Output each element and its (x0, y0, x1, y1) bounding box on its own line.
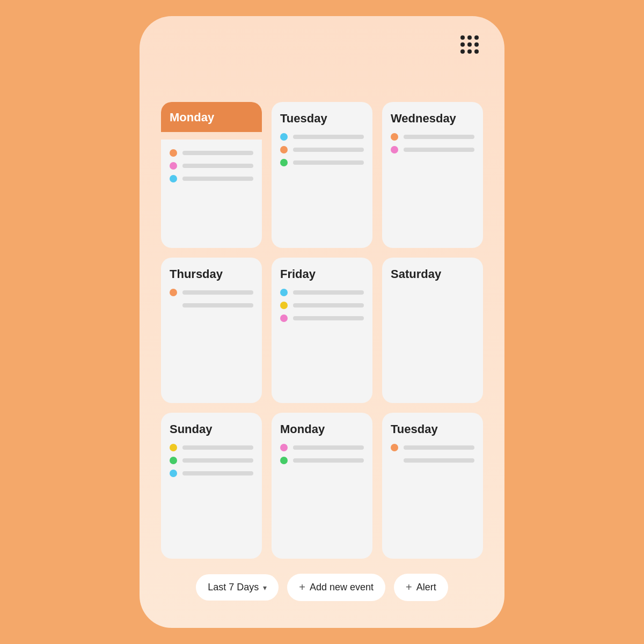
grid-dot (474, 42, 479, 47)
event-dot (280, 146, 288, 153)
event-item (280, 289, 364, 296)
event-bar (293, 148, 364, 152)
event-dot (391, 133, 398, 141)
day-card-wednesday-1[interactable]: Wednesday (382, 102, 483, 248)
event-dot (280, 314, 288, 322)
day-card-sunday-1[interactable]: Sunday (161, 413, 262, 559)
grid-dot (467, 42, 472, 47)
day-name-tuesday-1: Tuesday (280, 112, 364, 126)
event-dot (170, 457, 177, 464)
event-dot (170, 175, 177, 182)
grid-dot (460, 42, 465, 47)
event-bar (293, 445, 364, 450)
event-bar (293, 135, 364, 139)
day-name-thursday-1: Thursday (170, 267, 253, 281)
event-bar (182, 303, 253, 308)
grid-dot (460, 49, 465, 54)
event-bar (182, 177, 253, 181)
event-list-sunday-1 (170, 444, 253, 477)
event-bar (293, 316, 364, 320)
event-bar (293, 160, 364, 165)
day-name-monday-1: Monday (170, 111, 253, 125)
event-list-tuesday-2 (391, 444, 474, 464)
event-item (391, 146, 474, 153)
event-dot (280, 444, 288, 451)
bottom-bar: Last 7 Days ▾ + Add new event + Alert (161, 574, 483, 606)
event-item (170, 149, 253, 157)
event-dot (170, 444, 177, 451)
event-item (170, 162, 253, 170)
day-card-saturday-1[interactable]: Saturday (382, 258, 483, 404)
last-days-label: Last 7 Days (208, 582, 259, 593)
event-dot (391, 444, 398, 451)
grid-dot (474, 49, 479, 54)
day-name-wednesday-1: Wednesday (391, 112, 474, 126)
event-bar (404, 148, 474, 152)
event-list-tuesday-1 (280, 133, 364, 166)
event-item (170, 175, 253, 182)
event-item (391, 457, 474, 464)
event-item (280, 314, 364, 322)
event-dot (170, 162, 177, 170)
event-dot (391, 146, 398, 153)
event-dot (280, 457, 288, 464)
day-card-monday-1[interactable]: Monday (161, 102, 262, 248)
event-list-monday-1 (170, 149, 253, 182)
event-list-thursday-1 (170, 289, 253, 309)
event-item (280, 302, 364, 309)
event-bar (404, 135, 474, 139)
event-bar (293, 303, 364, 308)
alert-button[interactable]: + Alert (394, 574, 448, 601)
event-bar (182, 471, 253, 475)
add-event-label: Add new event (310, 582, 374, 593)
event-bar (293, 458, 364, 463)
chevron-down-icon: ▾ (263, 583, 267, 592)
event-bar (182, 445, 253, 450)
event-item (280, 133, 364, 141)
phone-frame: MondayTuesdayWednesdayThursdayFridaySatu… (140, 16, 504, 628)
grid-dot (474, 35, 479, 40)
event-item (280, 146, 364, 153)
event-bar (404, 445, 474, 450)
day-card-thursday-1[interactable]: Thursday (161, 258, 262, 404)
event-dot (280, 302, 288, 309)
event-bar (182, 164, 253, 168)
event-item (391, 133, 474, 141)
event-dot (170, 289, 177, 296)
day-name-friday-1: Friday (280, 267, 364, 281)
event-item (170, 457, 253, 464)
day-card-tuesday-2[interactable]: Tuesday (382, 413, 483, 559)
day-name-tuesday-2: Tuesday (391, 422, 474, 436)
event-item (170, 470, 253, 477)
event-item (170, 289, 253, 296)
plus-icon: + (299, 581, 305, 594)
grid-dot (460, 35, 465, 40)
event-dot (280, 159, 288, 166)
day-card-tuesday-1[interactable]: Tuesday (272, 102, 372, 248)
day-card-monday-2[interactable]: Monday (272, 413, 372, 559)
grid-dot (467, 49, 472, 54)
day-name-saturday-1: Saturday (391, 267, 474, 281)
event-item (391, 444, 474, 451)
event-item (170, 302, 253, 309)
event-list-wednesday-1 (391, 133, 474, 153)
alert-label: Alert (416, 582, 436, 593)
event-item (280, 457, 364, 464)
add-event-button[interactable]: + Add new event (287, 574, 385, 601)
event-item (170, 444, 253, 451)
grid-menu-icon[interactable] (460, 35, 479, 54)
event-bar (182, 290, 253, 295)
event-list-friday-1 (280, 289, 364, 322)
last-days-button[interactable]: Last 7 Days ▾ (196, 574, 279, 601)
event-bar (293, 290, 364, 295)
day-name-monday-2: Monday (280, 422, 364, 436)
event-dot (170, 470, 177, 477)
plus-icon-alert: + (406, 581, 412, 594)
event-item (280, 444, 364, 451)
grid-dot (467, 35, 472, 40)
day-card-friday-1[interactable]: Friday (272, 258, 372, 404)
event-item (280, 159, 364, 166)
event-bar (404, 458, 474, 463)
event-list-monday-2 (280, 444, 364, 464)
calendar-grid: MondayTuesdayWednesdayThursdayFridaySatu… (161, 102, 483, 559)
